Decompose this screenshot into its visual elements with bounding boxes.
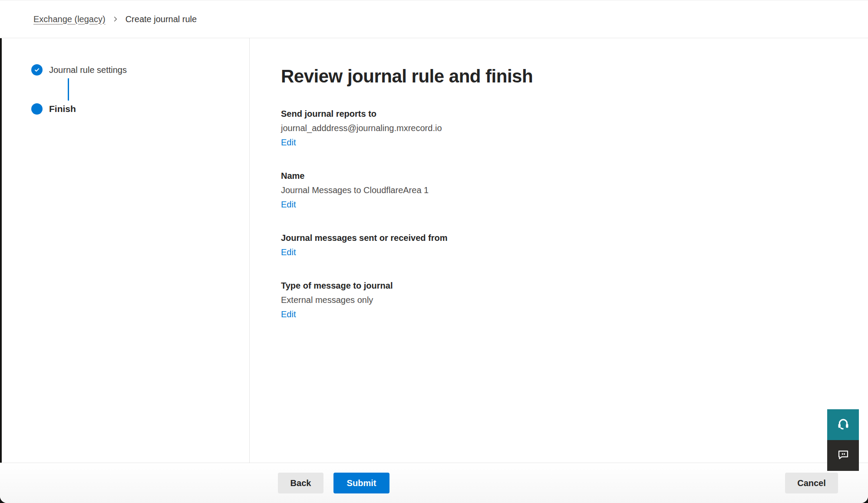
section-label: Send journal reports to: [281, 107, 833, 121]
edit-sent-received-link[interactable]: Edit: [281, 245, 296, 260]
step-current-circle-icon: [31, 103, 43, 115]
wizard-step-finish[interactable]: Finish: [31, 103, 249, 115]
wizard-step-label: Finish: [49, 104, 76, 114]
backdrop-edge: [0, 38, 2, 463]
section-value: External messages only: [281, 293, 833, 307]
review-section-name: Name Journal Messages to CloudflareArea …: [281, 169, 833, 212]
step-connector-line: [68, 78, 69, 101]
breadcrumb-chevron-icon: [112, 16, 119, 22]
headset-icon: [836, 417, 850, 432]
cancel-button[interactable]: Cancel: [785, 473, 838, 493]
edit-send-reports-link[interactable]: Edit: [281, 135, 296, 150]
dialog-body: Journal rule settings Finish Review jour…: [0, 38, 868, 463]
feedback-button[interactable]: [827, 440, 859, 471]
review-section-sent-received-from: Journal messages sent or received from E…: [281, 231, 833, 260]
breadcrumb-create-journal-rule: Create journal rule: [125, 14, 197, 24]
breadcrumb-exchange-legacy[interactable]: Exchange (legacy): [33, 14, 106, 24]
help-support-button[interactable]: [827, 409, 859, 440]
feedback-bubble-icon: [836, 448, 850, 463]
footer-action-bar: Back Submit Cancel: [0, 463, 868, 503]
review-section-message-type: Type of message to journal External mess…: [281, 279, 833, 322]
wizard-step-label: Journal rule settings: [49, 65, 127, 75]
edit-message-type-link[interactable]: Edit: [281, 307, 296, 322]
review-panel: Review journal rule and finish Send jour…: [250, 38, 868, 463]
section-label: Journal messages sent or received from: [281, 231, 833, 245]
edit-name-link[interactable]: Edit: [281, 197, 296, 212]
breadcrumb-bar: Exchange (legacy) Create journal rule: [0, 0, 868, 38]
submit-button[interactable]: Submit: [333, 473, 389, 493]
wizard-step-journal-rule-settings[interactable]: Journal rule settings: [31, 64, 249, 76]
create-journal-rule-dialog: Exchange (legacy) Create journal rule Jo…: [0, 0, 868, 503]
wizard-steps-rail: Journal rule settings Finish: [0, 38, 250, 463]
review-section-send-reports: Send journal reports to journal_adddress…: [281, 107, 833, 150]
section-label: Name: [281, 169, 833, 183]
back-button[interactable]: Back: [278, 473, 323, 493]
step-completed-check-icon: [31, 64, 43, 76]
page-title: Review journal rule and finish: [281, 65, 833, 88]
section-label: Type of message to journal: [281, 279, 833, 293]
breadcrumb: Exchange (legacy) Create journal rule: [33, 14, 197, 24]
section-value: journal_adddress@journaling.mxrecord.io: [281, 121, 833, 135]
section-value: Journal Messages to CloudflareArea 1: [281, 183, 833, 197]
floating-button-stack: [827, 409, 859, 471]
